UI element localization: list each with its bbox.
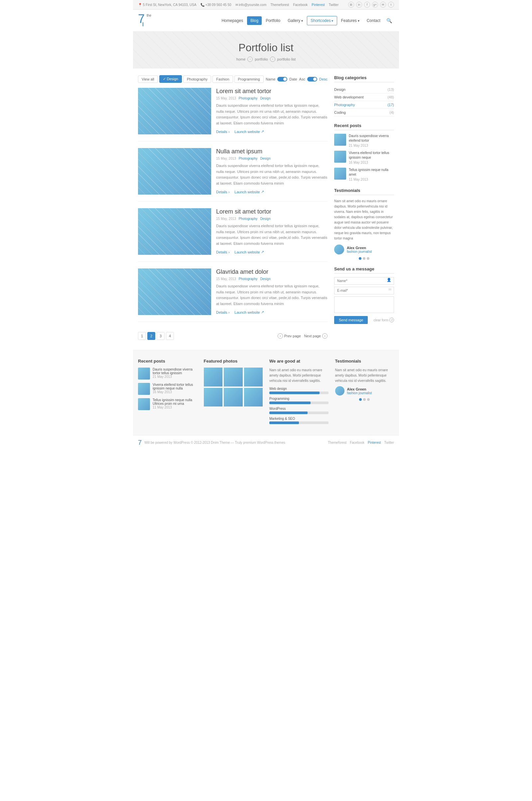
nav-gallery[interactable]: Gallery	[284, 16, 306, 25]
recent-thumb-3	[334, 168, 346, 180]
recent-post-date-2: 16 May 2013	[349, 161, 394, 164]
social-icon-5[interactable]: ✉	[380, 2, 386, 8]
breadcrumb-portfolio[interactable]: portfolio	[255, 57, 268, 61]
photo-4[interactable]	[204, 388, 223, 407]
filter-tab-photography[interactable]: Photography	[183, 75, 211, 83]
email: ✉ info@yoursite.com	[235, 3, 267, 7]
footer-link-pinterest[interactable]: Pinterest	[368, 441, 381, 444]
filter-tab-design[interactable]: ✓Design	[159, 75, 182, 83]
nav-features[interactable]: Features	[338, 16, 363, 25]
logo: 7 the	[138, 13, 151, 28]
portfolio-cat1-3[interactable]: Photography	[239, 217, 258, 221]
send-message-button[interactable]: Send message	[334, 316, 368, 324]
portfolio-details-4[interactable]: Details	[216, 310, 229, 314]
footer-dot-3[interactable]	[367, 398, 370, 401]
skill-seo-label: Marketing & SEO	[269, 417, 328, 421]
portfolio-cat2-2[interactable]: Design	[260, 157, 271, 160]
cat-webdev-name[interactable]: Web development	[334, 95, 363, 99]
search-icon[interactable]: 🔍	[384, 16, 394, 25]
sort-name-toggle[interactable]	[277, 77, 287, 81]
portfolio-item-4: Glavrida amet dolor 15 May, 2013 Photogr…	[138, 268, 327, 322]
clear-icon: ↺	[390, 318, 394, 322]
topbar-facebook[interactable]: Facebook	[293, 3, 307, 7]
portfolio-cat1-1[interactable]: Photography	[239, 96, 258, 100]
portfolio-title-3: Lorem sit amet tortor	[216, 208, 327, 215]
clear-form-button[interactable]: clear form ↺	[374, 318, 394, 322]
dot-1[interactable]	[359, 257, 361, 260]
nav-portfolio[interactable]: Portfolio	[262, 16, 284, 25]
prev-page[interactable]: ‹ Prev page	[278, 333, 301, 339]
cat-coding-name[interactable]: Coding	[334, 110, 346, 114]
portfolio-launch-4[interactable]: Launch website	[234, 310, 264, 314]
page-1[interactable]: 1	[138, 332, 146, 340]
page-3[interactable]: 3	[157, 332, 165, 340]
portfolio-cat1-2[interactable]: Photography	[239, 157, 258, 160]
portfolio-launch-2[interactable]: Launch website	[234, 190, 264, 194]
email-input[interactable]	[334, 287, 394, 294]
footer-post-date-3: 11 May 2013	[153, 406, 197, 409]
portfolio-cat2-4[interactable]: Design	[260, 277, 271, 281]
page-4[interactable]: 4	[166, 332, 174, 340]
message-textarea[interactable]	[334, 296, 394, 313]
footer-post-2-info: Viverra eleifend tortor tellus ignissim …	[153, 383, 197, 395]
social-icon-4[interactable]: g+	[372, 2, 378, 8]
sort-order-toggle[interactable]	[307, 77, 317, 81]
filter-bar: View all ✓Design Photography Fashion Pro…	[138, 75, 327, 83]
cat-design-name[interactable]: Design	[334, 88, 345, 92]
portfolio-cat2-1[interactable]: Design	[260, 96, 271, 100]
portfolio-meta-3: 15 May, 2013 Photography Design	[216, 217, 327, 221]
contact-form: 👤 ✉ Send message clear form ↺	[334, 277, 394, 324]
photo-6[interactable]	[244, 388, 263, 407]
cat-photography-count: (17)	[387, 103, 394, 107]
topbar-twitter[interactable]: Twitter	[329, 3, 339, 7]
footer-featured-photos: Featured photos	[204, 359, 263, 427]
nav-homepages[interactable]: Homepages	[218, 16, 246, 25]
portfolio-launch-3[interactable]: Launch website	[234, 250, 264, 254]
portfolio-cat1-4[interactable]: Photography	[239, 277, 258, 281]
cat-coding-count: (4)	[390, 110, 394, 114]
sidebar-recent-posts: Recent posts Dauris suspendisse viverra …	[334, 123, 394, 181]
photo-3[interactable]	[244, 368, 263, 387]
social-icon-3[interactable]: f	[364, 2, 370, 8]
topbar-pinterest[interactable]: Pinterest	[311, 3, 324, 7]
filter-tab-programming[interactable]: Programming	[234, 75, 264, 83]
portfolio-meta-4: 15 May, 2013 Photography Design	[216, 277, 327, 281]
page-2[interactable]: 2	[147, 332, 155, 340]
testimonials-title: Testimonials	[334, 188, 394, 195]
filter-tab-viewall[interactable]: View all	[138, 75, 158, 83]
dot-3[interactable]	[367, 257, 369, 260]
portfolio-details-1[interactable]: Details	[216, 129, 229, 134]
thumb-overlay-1	[138, 88, 211, 134]
footer-link-twitter[interactable]: Twitter	[384, 441, 394, 444]
prev-icon: ‹	[278, 333, 283, 339]
name-input[interactable]	[334, 277, 394, 285]
photo-1[interactable]	[204, 368, 223, 387]
nav-contact[interactable]: Contact	[363, 16, 384, 25]
photo-5[interactable]	[224, 388, 243, 407]
breadcrumb-home[interactable]: home	[236, 57, 246, 61]
email-field-row: ✉	[334, 287, 394, 294]
portfolio-cat2-3[interactable]: Design	[260, 217, 271, 221]
filter-tab-fashion[interactable]: Fashion	[212, 75, 233, 83]
nav-shortcodes[interactable]: Shortcodes	[307, 16, 337, 25]
photo-2[interactable]	[224, 368, 243, 387]
dot-2[interactable]	[363, 257, 365, 260]
testimonial-text: Nam sit amet odio eu mauris ornare dapib…	[334, 199, 394, 241]
portfolio-details-2[interactable]: Details	[216, 190, 229, 194]
next-page[interactable]: Next page ›	[304, 333, 327, 339]
cat-photography-name[interactable]: Photography	[334, 103, 355, 107]
footer-link-facebook[interactable]: Facebook	[350, 441, 364, 444]
social-icon-2[interactable]: in	[356, 2, 362, 8]
footer-dot-2[interactable]	[363, 398, 366, 401]
footer-link-themeforest[interactable]: Themeforest	[328, 441, 346, 444]
portfolio-thumb-4	[138, 268, 211, 315]
footer-dot-1[interactable]	[359, 398, 362, 401]
sidebar: Blog categories Design (13) Web developm…	[334, 75, 394, 340]
nav-blog[interactable]: Blog	[247, 16, 262, 25]
skill-seo-bg	[269, 422, 328, 424]
recent-post-1: Dauris suspendisse viverra eleifend tort…	[334, 134, 394, 147]
portfolio-details-3[interactable]: Details	[216, 250, 229, 254]
social-icon-6[interactable]: t	[388, 2, 394, 8]
social-icon-1[interactable]: ⊞	[348, 2, 354, 8]
portfolio-launch-1[interactable]: Launch website	[234, 129, 264, 134]
